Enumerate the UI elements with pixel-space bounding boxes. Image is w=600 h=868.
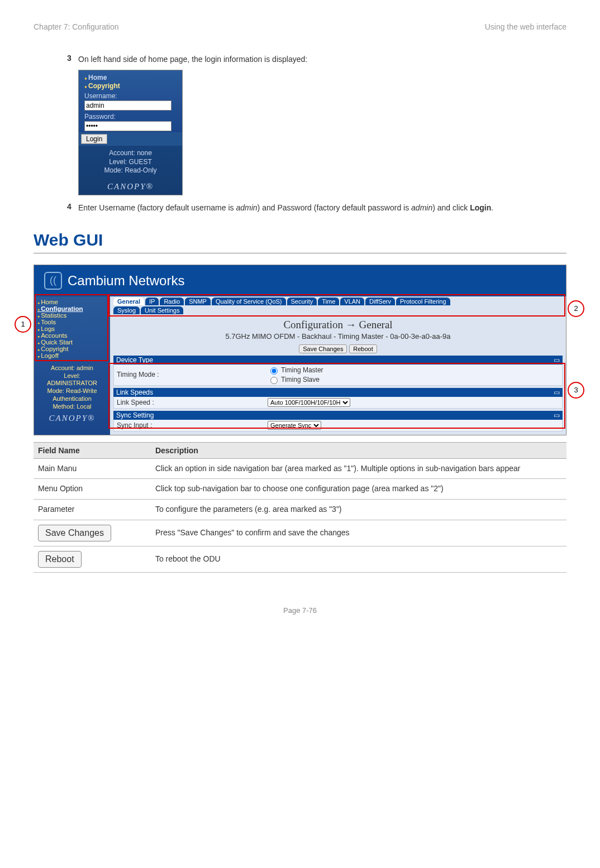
login-link-copyright[interactable]: Copyright: [84, 82, 179, 90]
username-label: Username:: [84, 92, 179, 100]
brand-name: Cambium Networks: [68, 273, 184, 289]
save-changes-button[interactable]: Save Changes: [299, 344, 347, 353]
side-acc-1: Level:: [36, 372, 108, 380]
callout-3: 3: [568, 382, 584, 399]
page-header-left: Chapter 7: Configuration: [34, 22, 119, 31]
callout-1: 1: [15, 316, 31, 333]
cell-parameter-desc: To configure the parameters (e.g. area m…: [151, 499, 566, 520]
login-button[interactable]: Login: [81, 134, 107, 144]
reboot-button[interactable]: Reboot: [349, 344, 377, 353]
username-input[interactable]: [84, 100, 172, 111]
side-acc-5: Method: Local: [36, 403, 108, 411]
account-line-3: Mode: Read-Only: [79, 166, 182, 175]
canopy-logo: CANOPY®: [79, 176, 182, 195]
account-line-2: Level: GUEST: [79, 158, 182, 167]
step-4-number: 4: [67, 202, 78, 214]
step-3-number: 3: [67, 54, 78, 65]
step-4-text: Enter Username (factory default username…: [78, 202, 493, 214]
section-heading-web-gui: Web GUI: [34, 231, 566, 250]
password-label: Password:: [84, 113, 179, 121]
cell-save-changes-desc: Press "Save Changes" to confirm and save…: [151, 520, 566, 546]
field-description-table: Field Name Description Main Manu Click a…: [34, 442, 566, 573]
account-line-1: Account: none: [79, 149, 182, 158]
page-subtitle: 5.7GHz MIMO OFDM - Backhaul - Timing Mas…: [113, 332, 563, 341]
cell-menu-option: Menu Option: [34, 479, 151, 500]
cell-parameter: Parameter: [34, 499, 151, 520]
side-acc-4: Authentication: [36, 395, 108, 403]
login-panel: Home Copyright Username: Password: Login…: [78, 70, 183, 195]
cell-reboot: Reboot: [34, 546, 151, 572]
page-title: Configuration → General: [113, 319, 563, 331]
cell-save-changes: Save Changes: [34, 520, 151, 546]
side-acc-2: ADMINISTRATOR: [36, 380, 108, 387]
th-field-name: Field Name: [34, 442, 151, 458]
cell-reboot-desc: To reboot the ODU: [151, 546, 566, 572]
th-description: Description: [151, 442, 566, 458]
step-3-text: On left hand side of home page, the logi…: [78, 54, 307, 65]
page-footer: Page 7-76: [34, 606, 566, 615]
side-acc-3: Mode: Read-Write: [36, 387, 108, 395]
cell-menu-option-desc: Click top sub-navigation bar to choose o…: [151, 479, 566, 500]
callout-2: 2: [568, 300, 584, 317]
password-input[interactable]: [84, 121, 172, 131]
cell-main-menu-desc: Click an option in side navigation bar (…: [151, 458, 566, 479]
cell-main-menu: Main Manu: [34, 458, 151, 479]
side-acc-0: Account: admin: [36, 365, 108, 372]
cambium-logo-icon: ((: [44, 272, 62, 290]
login-link-home[interactable]: Home: [84, 74, 179, 81]
page-header-right: Using the web interface: [485, 22, 566, 31]
side-canopy-logo: CANOPY®: [36, 410, 108, 426]
